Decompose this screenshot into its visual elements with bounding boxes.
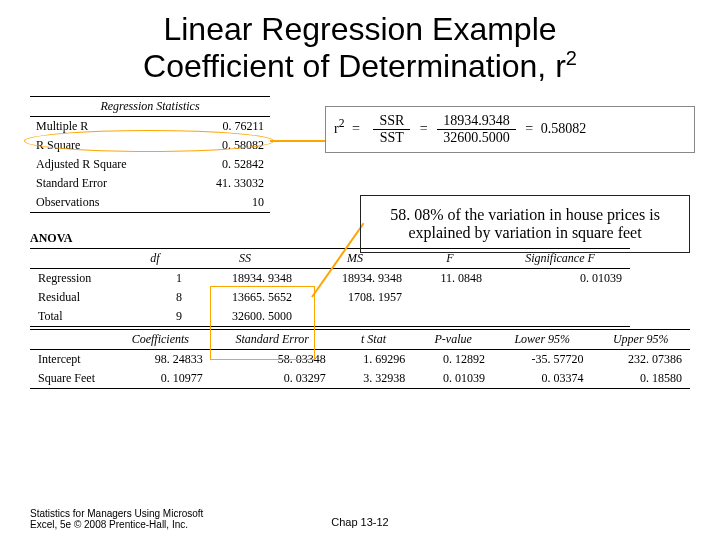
anova-cell: 0. 01039 — [490, 269, 630, 289]
stats-caption: Regression Statistics — [30, 97, 270, 117]
coef-cell: 0. 03297 — [211, 369, 334, 389]
anova-cell — [300, 307, 410, 327]
callout-line-1 — [270, 140, 330, 142]
stat-label: Standard Error — [30, 174, 181, 193]
anova-cell: 8 — [120, 288, 190, 307]
slide-title: Linear Regression Example Coefficient of… — [0, 12, 720, 84]
anova-cell — [490, 288, 630, 307]
anova-hdr-df: df — [120, 249, 190, 269]
coef-cell: 98. 24833 — [110, 350, 211, 370]
table-row: Intercept 98. 24833 58. 03348 1. 69296 0… — [30, 350, 690, 370]
table-row: Square Feet 0. 10977 0. 03297 3. 32938 0… — [30, 369, 690, 389]
formula-eq: = — [352, 121, 360, 136]
coefficients-table: Coefficients Standard Error t Stat P-val… — [30, 329, 690, 389]
coef-cell: 0. 10977 — [110, 369, 211, 389]
title-line2: Coefficient of Determination, r — [143, 48, 566, 84]
stat-label: Adjusted R Square — [30, 155, 181, 174]
anova-row-label: Regression — [30, 269, 120, 289]
anova-hdr-ss: SS — [190, 249, 300, 269]
anova-cell: 1 — [120, 269, 190, 289]
coef-hdr: P-value — [413, 330, 493, 350]
title-line1: Linear Regression Example — [163, 11, 556, 47]
title-sup: 2 — [566, 47, 577, 69]
chapter-label: Chap 13-12 — [331, 516, 389, 528]
table-row: Total 9 32600. 5000 — [30, 307, 630, 327]
coef-cell: 3. 32938 — [334, 369, 414, 389]
anova-cell: 9 — [120, 307, 190, 327]
formula-sup: 2 — [339, 117, 345, 130]
anova-cell: 11. 0848 — [410, 269, 490, 289]
stat-label: Observations — [30, 193, 181, 213]
formula-frac-numeric: 18934.9348 32600.5000 — [437, 113, 516, 146]
stat-value: 41. 33032 — [181, 174, 270, 193]
coef-hdr: Upper 95% — [592, 330, 691, 350]
formula-den: 32600.5000 — [437, 130, 516, 146]
formula-result: 0.58082 — [541, 121, 587, 136]
footer-text: Statistics for Managers Using Microsoft … — [30, 508, 210, 530]
anova-cell: 18934. 9348 — [300, 269, 410, 289]
anova-row-label: Total — [30, 307, 120, 327]
coef-row-label: Square Feet — [30, 369, 110, 389]
anova-cell — [490, 307, 630, 327]
coef-cell: 0. 18580 — [592, 369, 691, 389]
coef-hdr: Coefficients — [110, 330, 211, 350]
table-row: Residual 8 13665. 5652 1708. 1957 — [30, 288, 630, 307]
anova-row-label: Residual — [30, 288, 120, 307]
anova-cell — [410, 288, 490, 307]
anova-cell — [410, 307, 490, 327]
formula-box: r2 = SSR SST = 18934.9348 32600.5000 = 0… — [325, 106, 695, 153]
coef-cell: 1. 69296 — [334, 350, 414, 370]
regression-statistics-table: Regression Statistics Multiple R0. 76211… — [30, 96, 270, 213]
coef-cell: 232. 07386 — [592, 350, 691, 370]
formula-frac-symbolic: SSR SST — [373, 113, 410, 146]
coef-cell: 0. 01039 — [413, 369, 493, 389]
explanation-box: 58. 08% of the variation in house prices… — [360, 195, 690, 253]
coef-cell: -35. 57720 — [493, 350, 591, 370]
coef-cell: 0. 12892 — [413, 350, 493, 370]
coef-hdr: Lower 95% — [493, 330, 591, 350]
coef-cell: 0. 03374 — [493, 369, 591, 389]
highlight-box-ss — [210, 286, 315, 360]
stat-value: 0. 52842 — [181, 155, 270, 174]
formula-eq: = — [420, 121, 428, 136]
coef-row-label: Intercept — [30, 350, 110, 370]
highlight-oval-rsquare — [24, 130, 274, 152]
formula-num: 18934.9348 — [437, 113, 516, 130]
coef-hdr: t Stat — [334, 330, 414, 350]
formula-ssr: SSR — [373, 113, 410, 130]
anova-table: df SS MS F Significance F Regression 1 1… — [30, 248, 630, 327]
formula-sst: SST — [373, 130, 410, 146]
stat-value: 10 — [181, 193, 270, 213]
formula-eq: = — [525, 121, 533, 136]
